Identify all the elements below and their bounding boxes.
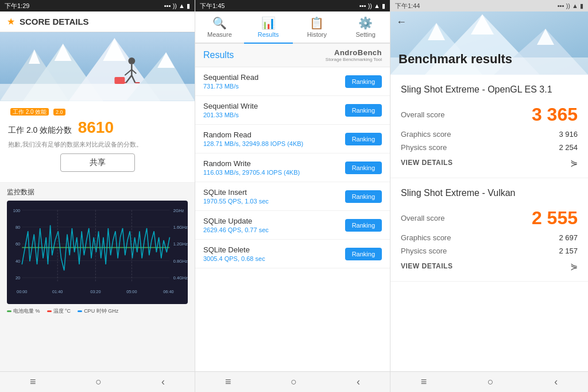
result-name-2: Random Read	[203, 130, 345, 139]
score-num-0-1: 2 254	[559, 143, 578, 152]
score-value: 8610	[78, 118, 114, 136]
result-info-5: SQLite Update 2629.46 QPS, 0.77 sec	[203, 217, 345, 233]
tab-measure-label: Measure	[207, 31, 232, 38]
score-label-0-1: Physics score	[401, 143, 447, 152]
share-icon-1[interactable]: ⋟	[570, 261, 578, 272]
nav-back-1[interactable]: ‹	[161, 376, 165, 388]
ranking-btn-4[interactable]: Ranking	[345, 190, 382, 203]
result-value-3: 116.03 MB/s, 29705.4 IOPS (4KB)	[203, 169, 345, 176]
ranking-btn-2[interactable]: Ranking	[345, 133, 382, 145]
benchmark-section-0: Sling Shot Extreme - OpenGL ES 3.1 Overa…	[390, 75, 588, 178]
tab-results-label: Results	[258, 31, 279, 38]
hero-image	[0, 32, 195, 101]
hero-benchmark: ← Benchmark results	[390, 11, 588, 75]
svg-rect-9	[0, 84, 195, 101]
monitor-title: 监控数据	[7, 187, 188, 197]
result-info-0: Sequential Read 731.73 MB/s	[203, 73, 345, 90]
score-row-1-0: Graphics score 2 697	[401, 233, 578, 242]
result-info-3: Random Write 116.03 MB/s, 29705.4 IOPS (…	[203, 159, 345, 176]
monitor-section: 监控数据 100 80 60 40 20 2GHz	[0, 183, 195, 371]
view-details-row-1: VIEW DETAILS ⋟	[401, 261, 578, 272]
score-num-1-0: 2 697	[559, 233, 578, 242]
result-value-4: 1970.55 QPS, 1.03 sec	[203, 198, 345, 205]
results-title: Results	[203, 50, 234, 60]
results-subheader: Results AndroBench Storage Benchmarking …	[195, 44, 390, 67]
svg-text:05:00: 05:00	[126, 290, 137, 295]
nav-bar-2: ≡ ○ ‹	[195, 371, 390, 392]
panel-score-details: 下午1:29 ▪▪▪ )) ▲ ▮ ★ SCORE DETAILS	[0, 0, 195, 392]
score-label-0-0: Graphics score	[401, 130, 451, 139]
status-time-1: 下午1:29	[5, 2, 29, 10]
nav-menu-2[interactable]: ≡	[225, 376, 231, 388]
tab-history[interactable]: 📋 History	[293, 11, 342, 44]
result-item-3: Random Write 116.03 MB/s, 29705.4 IOPS (…	[195, 153, 390, 182]
work-label: 工作 2.0 效能 2.0	[8, 107, 187, 116]
nav-back-3[interactable]: ‹	[554, 376, 558, 388]
score-header: ★ SCORE DETAILS	[0, 11, 195, 32]
ranking-btn-5[interactable]: Ranking	[345, 219, 382, 232]
legend-cpu: CPU 时钟 GHz	[78, 308, 118, 315]
result-info-6: SQLite Delete 3005.4 QPS, 0.68 sec	[203, 245, 345, 262]
score-title: SCORE DETAILS	[20, 17, 89, 26]
svg-text:1.6GHz: 1.6GHz	[173, 225, 188, 230]
overall-score-0: 3 365	[532, 104, 578, 125]
mountain-svg	[0, 32, 195, 101]
tab-measure[interactable]: 🔍 Measure	[195, 11, 244, 44]
work-badge: 2.0	[53, 109, 65, 116]
status-bar-1: 下午1:29 ▪▪▪ )) ▲ ▮	[0, 0, 195, 11]
result-name-5: SQLite Update	[203, 217, 345, 225]
nav-home-2[interactable]: ○	[291, 376, 297, 388]
ranking-btn-6[interactable]: Ranking	[345, 248, 382, 260]
share-icon-0[interactable]: ⋟	[570, 157, 578, 168]
tab-setting-label: Setting	[356, 31, 376, 38]
overall-row-0: Overall score 3 365	[401, 104, 578, 125]
svg-text:06:40: 06:40	[163, 290, 173, 295]
svg-text:01:40: 01:40	[52, 290, 63, 295]
setting-icon: ⚙️	[358, 16, 373, 30]
nav-menu-1[interactable]: ≡	[30, 376, 36, 388]
result-item-4: SQLite Insert 1970.55 QPS, 1.03 sec Rank…	[195, 182, 390, 211]
nav-bar-3: ≡ ○ ‹	[390, 371, 588, 392]
nav-back-2[interactable]: ‹	[357, 376, 360, 388]
result-name-1: Sequential Write	[203, 102, 345, 110]
result-item-0: Sequential Read 731.73 MB/s Ranking	[195, 67, 390, 96]
legend-battery: 电池电量 %	[7, 308, 40, 315]
svg-text:0.4GHz: 0.4GHz	[173, 276, 188, 281]
legend-dot-temp	[47, 310, 52, 312]
ranking-btn-0[interactable]: Ranking	[345, 75, 382, 88]
score-row-0-0: Graphics score 3 916	[401, 130, 578, 139]
nav-home-1[interactable]: ○	[95, 376, 102, 388]
ranking-btn-1[interactable]: Ranking	[345, 104, 382, 117]
score-prefix: 工作 2.0 效能分数	[8, 125, 72, 134]
result-info-2: Random Read 128.71 MB/s, 32949.88 IOPS (…	[203, 130, 345, 147]
score-label-1-1: Physics score	[401, 247, 447, 255]
result-value-6: 3005.4 QPS, 0.68 sec	[203, 255, 345, 262]
cpu-chart: 100 80 60 40 20 2GHz 1.6GHz 1.2GHz 0.8GH…	[7, 201, 188, 304]
nav-menu-3[interactable]: ≡	[421, 376, 427, 388]
benchmark-name-1: Sling Shot Extreme - Vulkan	[401, 187, 578, 199]
androbench-name: AndroBench	[326, 48, 382, 57]
result-item-6: SQLite Delete 3005.4 QPS, 0.68 sec Ranki…	[195, 240, 390, 268]
nav-home-3[interactable]: ○	[488, 376, 494, 388]
status-time-2: 下午1:45	[200, 2, 225, 10]
benchmark-section-1: Sling Shot Extreme - Vulkan Overall scor…	[390, 178, 588, 282]
overall-row-1: Overall score 2 555	[401, 207, 578, 229]
benchmark-name-0: Sling Shot Extreme - OpenGL ES 3.1	[401, 84, 578, 96]
svg-text:1.2GHz: 1.2GHz	[173, 242, 188, 247]
share-button[interactable]: 共享	[60, 153, 135, 172]
svg-text:00:00: 00:00	[17, 290, 27, 295]
svg-text:40: 40	[16, 259, 20, 264]
ranking-btn-3[interactable]: Ranking	[345, 162, 382, 174]
back-button[interactable]: ←	[396, 16, 407, 28]
view-details-btn-0[interactable]: VIEW DETAILS	[401, 159, 452, 167]
svg-text:20: 20	[16, 276, 20, 281]
svg-text:0.8GHz: 0.8GHz	[173, 259, 188, 264]
view-details-btn-1[interactable]: VIEW DETAILS	[401, 262, 452, 270]
star-icon: ★	[7, 16, 15, 27]
panel-benchmark-results: 下午1:44 ▪▪▪ )) ▲ ▮ ← Benchmark results Sl…	[390, 0, 588, 392]
legend-dot-cpu	[78, 310, 82, 312]
panel-androbench: 下午1:45 ▪▪▪ )) ▲ ▮ 🔍 Measure 📊 Results 📋 …	[195, 0, 390, 392]
legend-dot-battery	[7, 310, 11, 312]
tab-setting[interactable]: ⚙️ Setting	[341, 11, 390, 44]
tab-results[interactable]: 📊 Results	[244, 11, 293, 44]
